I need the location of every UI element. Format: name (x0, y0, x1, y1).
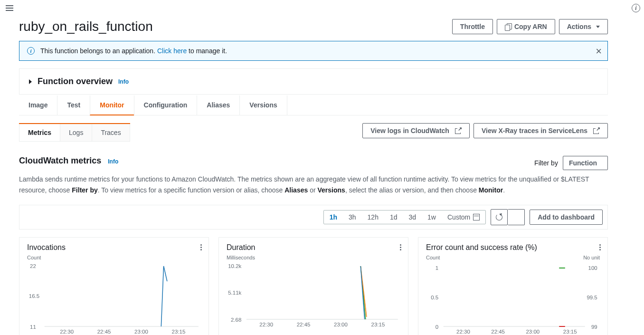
svg-text:23:15: 23:15 (371, 322, 385, 327)
main-tabs: ImageTestMonitorConfigurationAliasesVers… (19, 96, 608, 115)
y-axis-label: Count (27, 255, 201, 260)
metrics-info-link[interactable]: Info (108, 158, 118, 165)
header-actions: Throttle Copy ARN Actions (452, 19, 608, 34)
time-range-1h[interactable]: 1h (324, 211, 343, 224)
svg-text:0.5: 0.5 (431, 295, 438, 300)
page-title: ruby_on_rails_function (19, 19, 153, 34)
chart-menu-icon[interactable] (597, 242, 603, 252)
svg-text:23:15: 23:15 (172, 329, 186, 334)
svg-text:99.5: 99.5 (587, 295, 597, 300)
svg-text:22: 22 (30, 263, 36, 269)
refresh-button[interactable] (491, 209, 508, 225)
overview-info-link[interactable]: Info (118, 78, 129, 85)
time-range-1d[interactable]: 1d (384, 211, 403, 224)
filter-by-dropdown[interactable]: Function (563, 156, 608, 170)
view-logs-label: View logs in CloudWatch (370, 126, 449, 135)
copy-arn-button[interactable]: Copy ARN (497, 19, 555, 34)
nav-toggle-icon[interactable] (6, 4, 13, 12)
external-link-icon (593, 127, 600, 134)
overview-title: Function overview (38, 77, 113, 86)
time-range-selector: 1h3h12h1d3d1wCustom (323, 210, 486, 224)
copy-arn-label: Copy ARN (514, 22, 547, 31)
tab-monitor[interactable]: Monitor (90, 96, 133, 115)
tab-test[interactable]: Test (57, 96, 90, 115)
refresh-options-button[interactable] (508, 209, 525, 225)
filter-by-label: Filter by (534, 159, 558, 167)
time-range-3d[interactable]: 3d (403, 211, 422, 224)
svg-text:22:45: 22:45 (297, 322, 311, 327)
y-axis-label-right: No unit (583, 255, 600, 260)
metrics-section-title: CloudWatch metrics (19, 156, 101, 165)
chart-title: Error count and success rate (%) (426, 243, 600, 252)
metrics-description: Lambda sends runtime metrics for your fu… (19, 174, 608, 195)
y-axis-label: Milliseconds (227, 255, 400, 260)
calendar-icon (473, 214, 480, 220)
view-xray-button[interactable]: View X-Ray traces in ServiceLens (474, 123, 608, 138)
filter-by-value: Function (569, 159, 597, 167)
expand-icon[interactable] (29, 79, 32, 84)
time-range-3h[interactable]: 3h (343, 211, 362, 224)
function-overview-panel: Function overview Info (19, 68, 608, 95)
view-logs-cloudwatch-button[interactable]: View logs in CloudWatch (362, 123, 470, 138)
caret-down-icon (596, 26, 600, 28)
subtab-metrics[interactable]: Metrics (19, 124, 60, 142)
help-panel-toggle[interactable]: i (632, 4, 640, 12)
chart-plot-area: 1 0.5 0 100 99.5 99 22:30 22:45 23:00 23… (426, 262, 600, 334)
external-link-icon (455, 127, 462, 134)
svg-text:22:30: 22:30 (456, 329, 470, 334)
chart-card-duration: Duration Milliseconds 10.2k 5.11k 2.68 2… (218, 237, 408, 335)
monitor-subtabs: MetricsLogsTraces (19, 123, 130, 142)
svg-text:10.2k: 10.2k (228, 263, 242, 269)
view-xray-label: View X-Ray traces in ServiceLens (482, 126, 587, 135)
chart-plot-area: 10.2k 5.11k 2.68 22:30 22:45 23:00 23:15 (227, 262, 400, 334)
svg-text:23:15: 23:15 (563, 329, 577, 334)
chart-menu-icon[interactable] (199, 242, 204, 252)
alert-text: This function belongs to an application.… (40, 47, 227, 55)
chart-title: Duration (227, 243, 400, 252)
close-icon[interactable]: × (596, 46, 602, 57)
chart-title: Invocations (27, 243, 201, 252)
time-range-custom[interactable]: Custom (442, 211, 485, 224)
time-range-1w[interactable]: 1w (422, 211, 442, 224)
svg-text:5.11k: 5.11k (228, 290, 242, 296)
application-alert: i This function belongs to an applicatio… (19, 41, 608, 61)
svg-text:2.68: 2.68 (231, 317, 241, 323)
chart-card-errors: Error count and success rate (%) Count N… (418, 237, 608, 335)
tab-image[interactable]: Image (28, 96, 57, 115)
svg-text:1: 1 (436, 265, 438, 271)
svg-text:22:30: 22:30 (60, 329, 74, 334)
add-to-dashboard-button[interactable]: Add to dashboard (530, 210, 603, 225)
chart-plot-area: 22 16.5 11 22:30 22:45 23:00 23:15 (27, 262, 201, 334)
svg-text:0: 0 (436, 324, 438, 330)
tab-aliases[interactable]: Aliases (197, 96, 239, 115)
info-icon: i (632, 4, 640, 12)
tab-versions[interactable]: Versions (239, 96, 287, 115)
subtab-traces[interactable]: Traces (92, 124, 130, 142)
filter-by-row: Filter by Function (534, 156, 608, 170)
manage-application-link[interactable]: Click here (157, 47, 187, 55)
throttle-button[interactable]: Throttle (452, 19, 493, 34)
svg-text:22:45: 22:45 (97, 329, 111, 334)
tab-configuration[interactable]: Configuration (134, 96, 197, 115)
chart-card-invocations: Invocations Count 22 16.5 11 22:30 22:45… (19, 237, 209, 335)
svg-text:23:00: 23:00 (134, 329, 148, 334)
svg-text:99: 99 (591, 324, 597, 330)
svg-text:22:45: 22:45 (491, 329, 505, 334)
time-range-12h[interactable]: 12h (362, 211, 384, 224)
info-icon: i (27, 47, 35, 55)
actions-label: Actions (567, 22, 591, 31)
svg-text:22:30: 22:30 (259, 322, 273, 327)
svg-text:100: 100 (588, 265, 597, 271)
metrics-toolbar: 1h3h12h1d3d1wCustom Add to dashboard (19, 205, 608, 230)
svg-text:23:00: 23:00 (334, 322, 348, 327)
chart-menu-icon[interactable] (398, 242, 403, 252)
refresh-icon (496, 214, 502, 220)
svg-text:11: 11 (30, 324, 36, 330)
copy-icon (505, 23, 511, 30)
svg-text:23:00: 23:00 (526, 329, 540, 334)
y-axis-label-left: Count (426, 255, 440, 260)
svg-text:16.5: 16.5 (29, 293, 39, 299)
subtab-logs[interactable]: Logs (60, 124, 92, 142)
actions-button[interactable]: Actions (559, 19, 608, 34)
